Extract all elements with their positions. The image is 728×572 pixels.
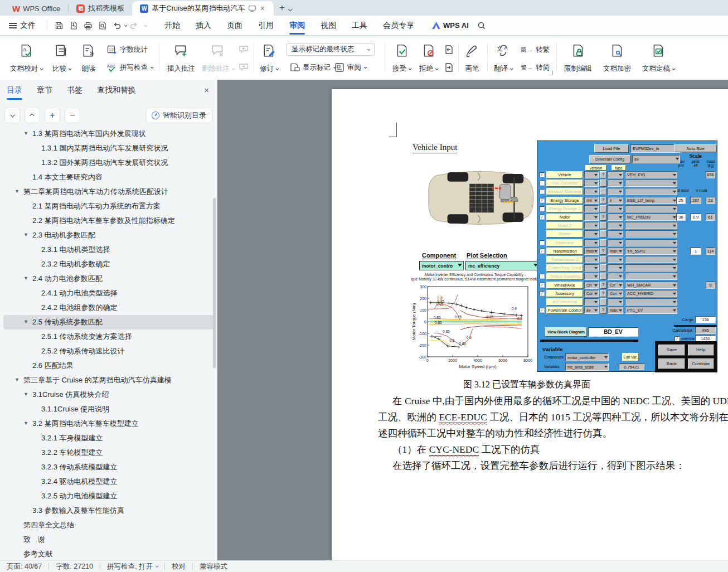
component-label-button[interactable]: Starter bbox=[546, 230, 583, 237]
sidebar-scrollbar[interactable] bbox=[213, 198, 216, 368]
previous-revision-button[interactable] bbox=[444, 43, 454, 56]
menu-tab-会员专享[interactable]: 会员专享 bbox=[375, 16, 422, 35]
type-dropdown[interactable] bbox=[608, 273, 623, 280]
track-changes-button[interactable]: 修订 bbox=[258, 41, 280, 75]
toc-item[interactable]: ▼1.3 某两挡电动汽车国内外发展现状 bbox=[3, 127, 213, 141]
component-checkbox[interactable]: ✓ bbox=[540, 308, 545, 313]
component-label-button[interactable]: Accessory bbox=[546, 290, 583, 297]
help-button[interactable]: ? bbox=[600, 171, 606, 178]
variable-component-dropdown[interactable]: motor_controller bbox=[565, 353, 609, 361]
print-icon[interactable] bbox=[81, 19, 95, 32]
file-dropdown[interactable]: WH_SMCAR bbox=[625, 282, 677, 289]
ink-brush-button[interactable]: 画笔 bbox=[463, 41, 482, 75]
doc-proofing-button[interactable]: a 文档校对 bbox=[8, 41, 45, 75]
translate-button[interactable]: 文A 翻译 bbox=[492, 41, 515, 75]
proofing-button[interactable]: 校对 bbox=[165, 562, 192, 571]
version-dropdown[interactable] bbox=[584, 188, 599, 195]
tab-wps-home[interactable]: W WPS Office bbox=[4, 1, 68, 16]
restrict-editing-button[interactable]: 限制编辑 bbox=[562, 41, 594, 75]
file-dropdown[interactable]: MC_PM32ev bbox=[625, 214, 677, 221]
encrypt-document-button[interactable]: 文档加密 bbox=[601, 41, 633, 75]
toc-item[interactable]: ▼第二章某两挡电动汽车动力传动系统匹配设计 bbox=[3, 185, 213, 199]
help-button[interactable]: ? bbox=[600, 264, 606, 272]
component-checkbox[interactable] bbox=[540, 240, 545, 245]
version-dropdown[interactable]: Crr bbox=[584, 282, 599, 289]
component-label-button[interactable]: Clutch/Torq. Conv bbox=[546, 264, 583, 272]
version-dropdown[interactable] bbox=[584, 273, 599, 280]
insert-comment-button[interactable]: 插入批注 bbox=[165, 41, 197, 75]
accept-revision-button[interactable]: 接受 bbox=[390, 41, 413, 75]
zoom-out-toc-button[interactable]: − bbox=[65, 108, 80, 123]
toc-item[interactable]: 3.2.2 车轮模型建立 bbox=[3, 445, 213, 460]
component-checkbox[interactable]: ✓ bbox=[540, 249, 545, 254]
toc-item[interactable]: 3.2.3 传动系统模型建立 bbox=[3, 460, 213, 474]
version-dropdown[interactable]: ev bbox=[584, 307, 599, 314]
search-icon[interactable] bbox=[474, 19, 489, 32]
type-dropdown[interactable]: li bbox=[608, 197, 623, 204]
component-checkbox[interactable] bbox=[540, 189, 545, 194]
version-dropdown[interactable] bbox=[584, 264, 599, 272]
toc-expand-caret-icon[interactable]: ▼ bbox=[23, 275, 28, 281]
export-pdf-icon[interactable] bbox=[66, 19, 81, 32]
file-dropdown[interactable]: ACC_HYBRID bbox=[625, 290, 677, 297]
toc-item[interactable]: 2.1 某两挡电动汽车动力系统的布置方案 bbox=[3, 199, 213, 214]
type-dropdown[interactable] bbox=[608, 256, 623, 263]
finalize-document-button[interactable]: 文档定稿 bbox=[640, 41, 677, 75]
type-dropdown[interactable] bbox=[608, 222, 623, 229]
value-field[interactable]: 0.9 bbox=[690, 214, 701, 221]
save-button[interactable]: Save bbox=[658, 345, 685, 356]
help-button[interactable]: ? bbox=[600, 205, 606, 212]
type-dropdown[interactable] bbox=[608, 230, 623, 237]
version-dropdown[interactable] bbox=[584, 230, 599, 237]
previous-comment-button[interactable] bbox=[239, 43, 249, 56]
help-button[interactable]: ? bbox=[600, 230, 606, 237]
help-button[interactable]: ? bbox=[600, 307, 606, 314]
sidebar-tab-书签[interactable]: 书签 bbox=[67, 85, 82, 100]
markup-state-combobox[interactable]: 显示标记的最终状态 bbox=[287, 43, 375, 56]
value-field[interactable]: 1 bbox=[690, 248, 701, 255]
next-revision-button[interactable] bbox=[444, 61, 454, 74]
file-dropdown[interactable]: trans 2 options bbox=[625, 256, 677, 263]
version-dropdown[interactable] bbox=[584, 214, 599, 221]
file-dropdown[interactable]: motor 2 options bbox=[625, 222, 677, 229]
version-dropdown[interactable] bbox=[584, 180, 599, 187]
toc-item[interactable]: 参考文献 bbox=[3, 547, 213, 561]
group-expand-icon[interactable] bbox=[549, 71, 553, 75]
menu-tab-引用[interactable]: 引用 bbox=[250, 16, 282, 35]
menu-tab-视图[interactable]: 视图 bbox=[313, 16, 344, 35]
toc-item[interactable]: 3.2.1 车身模型建立 bbox=[3, 431, 213, 445]
menu-tab-审阅[interactable]: 审阅 bbox=[282, 16, 313, 35]
help-button[interactable]: ? bbox=[600, 298, 606, 306]
plot-selection-dropdown[interactable]: mc_efficiency bbox=[465, 261, 540, 270]
type-dropdown[interactable] bbox=[608, 171, 623, 178]
component-label-button[interactable]: Generator bbox=[546, 239, 583, 246]
file-dropdown[interactable]: VEH_EV1 bbox=[625, 171, 677, 178]
help-button[interactable]: ? bbox=[600, 214, 606, 221]
help-button[interactable]: ? bbox=[600, 239, 606, 246]
read-aloud-button[interactable]: 朗读 bbox=[79, 41, 98, 75]
component-label-button[interactable]: Acc Electrical bbox=[546, 298, 583, 306]
toc-expand-caret-icon[interactable]: ▼ bbox=[23, 232, 28, 237]
component-dropdown[interactable]: motor_contro bbox=[419, 261, 464, 270]
toc-expand-caret-icon[interactable]: ▼ bbox=[14, 377, 20, 382]
sidebar-tab-目录[interactable]: 目录 bbox=[7, 85, 22, 100]
version-dropdown[interactable]: Cor bbox=[584, 290, 599, 297]
load-file-dropdown[interactable]: EVPM32ev_in bbox=[630, 144, 680, 153]
file-dropdown[interactable]: EX_CI bbox=[625, 188, 677, 195]
file-dropdown[interactable]: ESS_LI7_temp bbox=[625, 197, 677, 204]
component-label-button[interactable]: Energy Storage 2 bbox=[546, 205, 583, 212]
type-dropdown[interactable]: man bbox=[608, 248, 623, 255]
version-dropdown[interactable] bbox=[584, 171, 599, 178]
value-field[interactable]: 25 bbox=[676, 197, 686, 204]
to-traditional-button[interactable]: 简→ 转繁 bbox=[521, 43, 550, 56]
version-dropdown[interactable]: rint bbox=[584, 197, 599, 204]
file-dropdown[interactable]: starter options bbox=[625, 230, 677, 237]
file-dropdown[interactable]: clutch/torque conve bbox=[625, 264, 677, 272]
menu-tab-开始[interactable]: 开始 bbox=[157, 16, 188, 35]
reject-revision-button[interactable]: 拒绝 bbox=[417, 41, 440, 75]
toc-item[interactable]: ▼3.1Cruise 仿真模块介绍 bbox=[3, 387, 213, 402]
toc-item[interactable]: 3.3 参数输入及整车性能仿真 bbox=[3, 503, 213, 518]
override-mass-checkbox[interactable]: ✓ bbox=[674, 336, 680, 341]
expand-all-button[interactable] bbox=[4, 108, 20, 123]
tab-docer[interactable]: 稻 找稻壳模板 bbox=[69, 1, 132, 16]
